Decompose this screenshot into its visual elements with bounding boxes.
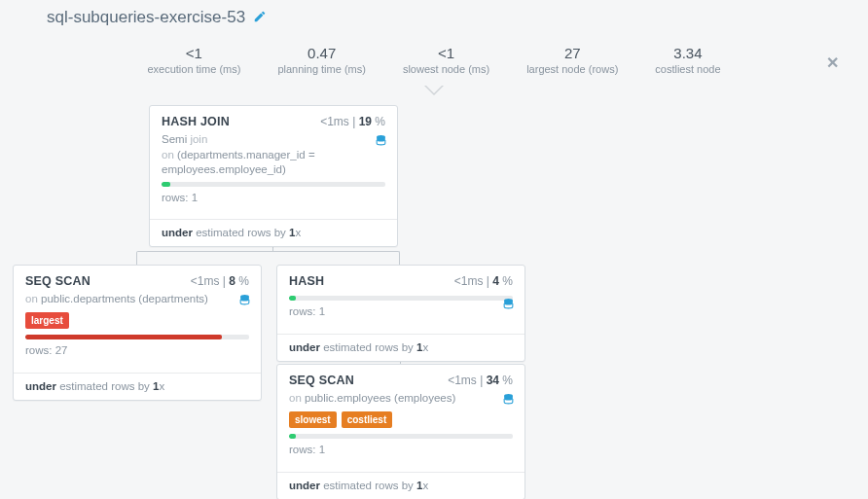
connector (136, 251, 400, 265)
estimate-note: under estimated rows by 1x (277, 472, 524, 499)
node-title: SEQ SCAN (289, 374, 354, 387)
estimate-note: under estimated rows by 1x (277, 334, 524, 361)
estimate-note: under estimated rows by 1x (150, 219, 397, 246)
database-icon (238, 294, 251, 311)
rows-count: rows: 1 (162, 191, 385, 212)
node-relation: on public.employees (employees) (289, 391, 513, 407)
node-metric: <1ms | 34 % (448, 374, 513, 387)
tag-largest: largest (25, 312, 69, 330)
progress-bar (25, 335, 249, 339)
node-title: SEQ SCAN (25, 274, 90, 288)
node-hash-join[interactable]: HASH JOIN <1ms | 19 % Semi join on (depa… (149, 105, 398, 247)
node-title: HASH (289, 274, 324, 288)
edit-icon[interactable] (253, 10, 267, 26)
node-title: HASH JOIN (162, 115, 230, 128)
node-relation: on public.departments (departments) (25, 292, 249, 307)
node-metric: <1ms | 19 % (320, 115, 385, 128)
close-icon[interactable]: ✕ (826, 53, 839, 72)
node-seq-scan-departments[interactable]: SEQ SCAN <1ms | 8 % on public.department… (13, 265, 262, 401)
tag-slowest: slowest (289, 411, 337, 429)
progress-bar (162, 182, 385, 187)
stat-exec-time: <1 execution time (ms) (147, 45, 240, 75)
node-metric: <1ms | 8 % (191, 274, 249, 288)
stats-bar: <1 execution time (ms) 0.47 planning tim… (0, 39, 868, 85)
database-icon (502, 393, 515, 410)
database-icon (502, 298, 515, 315)
stat-slowest: <1 slowest node (ms) (403, 45, 489, 75)
stat-costliest: 3.34 costliest node (655, 45, 720, 75)
rows-count: rows: 1 (289, 443, 513, 464)
database-icon (375, 134, 387, 152)
progress-bar (289, 296, 513, 301)
node-metric: <1ms | 4 % (454, 274, 513, 288)
progress-bar (289, 434, 513, 439)
node-condition: on (departments.manager_id = employees.e… (162, 148, 385, 178)
node-subtitle: Semi join (162, 132, 385, 148)
node-seq-scan-employees[interactable]: SEQ SCAN <1ms | 34 % on public.employees… (276, 364, 525, 499)
rows-count: rows: 1 (289, 304, 513, 326)
pointer-down-icon (424, 86, 444, 95)
rows-count: rows: 27 (25, 343, 249, 365)
node-hash[interactable]: HASH <1ms | 4 % rows: 1 under estimated … (276, 265, 525, 362)
estimate-note: under estimated rows by 1x (14, 373, 261, 400)
page-title: sql-subqueries-exercise-53 (47, 8, 245, 27)
tag-costliest: costliest (342, 411, 393, 429)
stat-largest: 27 largest node (rows) (526, 45, 618, 75)
stat-plan-time: 0.47 planning time (ms) (277, 45, 365, 75)
